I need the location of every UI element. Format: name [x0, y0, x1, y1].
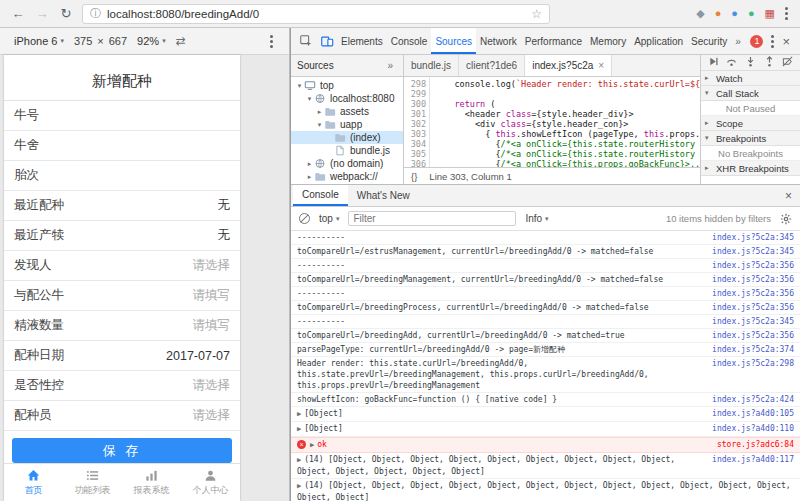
form-field-row[interactable]: 精液数量请填写: [4, 311, 240, 341]
log-level-selector[interactable]: Info ▾: [525, 213, 548, 224]
navigator-more-icon[interactable]: »: [383, 60, 397, 71]
bookmark-star-icon[interactable]: ☆: [531, 7, 542, 21]
form-field-row[interactable]: 最近配种无: [4, 191, 240, 221]
page-info-icon[interactable]: ⓘ: [90, 6, 101, 21]
extension-icon-1[interactable]: ◆: [696, 8, 704, 19]
console-source-link[interactable]: index.js?5c2a:356: [712, 302, 794, 313]
console-source-link[interactable]: index.js?5c2a:424: [712, 394, 794, 405]
debugger-section-breakpoints[interactable]: ▾Breakpoints: [701, 131, 800, 146]
console-source-link[interactable]: index.js?a4d0:105: [712, 408, 794, 419]
devtools-menu-icon[interactable]: [769, 33, 776, 50]
viewport-width[interactable]: 375: [74, 35, 92, 47]
rotate-viewport-icon[interactable]: ⇄: [176, 34, 186, 48]
console-source-link[interactable]: index.js?5c2a:356: [712, 330, 794, 341]
tree-item-localhost-8080[interactable]: ▾localhost:8080: [291, 92, 403, 105]
console-source-link[interactable]: index.js?a4d0:110: [712, 423, 794, 434]
form-field-row[interactable]: 最近产犊无: [4, 221, 240, 251]
tree-expand-arrow[interactable]: ▾: [295, 82, 304, 90]
file-tab-bundle-js[interactable]: bundle.js: [404, 55, 459, 76]
line-number[interactable]: 304: [404, 139, 426, 149]
line-number[interactable]: 301: [404, 109, 426, 119]
form-field-row[interactable]: 与配公牛请填写: [4, 281, 240, 311]
line-number[interactable]: 302: [404, 119, 426, 129]
tree-expand-arrow[interactable]: ▸: [305, 160, 314, 168]
tree-expand-arrow[interactable]: ▸: [305, 173, 314, 181]
devtools-tab-elements[interactable]: Elements: [337, 28, 387, 54]
step-out-icon[interactable]: [764, 56, 775, 69]
forward-button[interactable]: →: [34, 6, 50, 21]
console-source-link[interactable]: index.js?5c2a:374: [712, 344, 794, 355]
devtools-tab-security[interactable]: Security: [687, 28, 731, 54]
form-field-row[interactable]: 是否性控请选择: [4, 371, 240, 401]
tab-console[interactable]: Console: [293, 185, 348, 206]
tabbar-item-features[interactable]: 功能列表: [63, 464, 122, 501]
file-tab-client-1de6[interactable]: client?1de6: [459, 55, 525, 76]
extension-icon-3[interactable]: ●: [731, 8, 738, 19]
tabbar-item-profile[interactable]: 个人中心: [181, 464, 240, 501]
toggle-device-toolbar-icon[interactable]: [316, 31, 337, 51]
form-field-row[interactable]: 配种日期2017-07-07: [4, 341, 240, 371]
tree-item-top[interactable]: ▾top: [291, 79, 403, 92]
form-field-row[interactable]: 牛舍: [4, 131, 240, 161]
devtools-tab-console[interactable]: Console: [387, 28, 432, 54]
url-text[interactable]: localhost:8080/breedingAdd/0: [107, 8, 525, 20]
debugger-section-watch[interactable]: ▸Watch: [701, 71, 800, 86]
zoom-select[interactable]: 92% ▾: [137, 35, 166, 47]
file-tab-index-js-5c2a[interactable]: index.js?5c2a×: [525, 55, 612, 76]
browser-menu-icon[interactable]: [783, 5, 790, 22]
tree-item-assets[interactable]: ▸assets: [291, 105, 403, 118]
back-button[interactable]: ←: [10, 6, 26, 21]
form-field-row[interactable]: 牛号: [4, 101, 240, 131]
form-field-row[interactable]: 胎次: [4, 161, 240, 191]
expand-triangle-icon[interactable]: ▶: [297, 410, 301, 418]
extension-icon-4[interactable]: ●: [748, 8, 755, 19]
close-tab-icon[interactable]: ×: [598, 60, 604, 71]
console-source-link[interactable]: index.js?5c2a:356: [712, 260, 794, 271]
debugger-section-xhr-breakpoints[interactable]: ▸XHR Breakpoints: [701, 161, 800, 176]
console-source-link[interactable]: store.js?adc6:84: [717, 439, 794, 450]
tabbar-item-home[interactable]: 首页: [4, 464, 63, 501]
console-source-link[interactable]: index.js?a4d0:117: [712, 454, 794, 465]
devtools-tab-memory[interactable]: Memory: [586, 28, 630, 54]
extension-icon-5[interactable]: ▦: [765, 8, 775, 19]
step-into-icon[interactable]: [745, 56, 756, 69]
deactivate-breakpoints-icon[interactable]: [782, 56, 793, 69]
pretty-print-button[interactable]: {}: [411, 171, 417, 182]
console-source-link[interactable]: index.js?5c2a:345: [712, 246, 794, 257]
line-number[interactable]: 299: [404, 89, 426, 99]
expand-triangle-icon[interactable]: ▶: [310, 441, 314, 449]
tree-expand-arrow[interactable]: ▾: [315, 121, 324, 129]
devtools-tab-network[interactable]: Network: [476, 28, 521, 54]
devtools-tab-performance[interactable]: Performance: [521, 28, 586, 54]
console-source-link[interactable]: index.js?5c2a:345: [712, 316, 794, 327]
context-selector[interactable]: top ▾: [319, 213, 339, 224]
close-drawer-icon[interactable]: ×: [779, 189, 798, 203]
console-filter-input[interactable]: [348, 211, 516, 226]
navigator-tab-sources[interactable]: Sources: [297, 60, 334, 71]
console-source-link[interactable]: index.js?5c2a:298: [712, 358, 794, 369]
resume-icon[interactable]: [708, 56, 719, 69]
line-number[interactable]: 306: [404, 159, 426, 167]
console-source-link[interactable]: index.js?5c2a:345: [712, 232, 794, 243]
line-number[interactable]: 303: [404, 129, 426, 139]
expand-triangle-icon[interactable]: ▶: [297, 456, 301, 464]
tree-item-no-domain[interactable]: ▸(no domain): [291, 157, 403, 170]
tree-expand-arrow[interactable]: ▾: [305, 95, 314, 103]
clear-console-icon[interactable]: [299, 213, 310, 224]
save-button[interactable]: 保 存: [12, 438, 232, 463]
debugger-section-scope[interactable]: ▸Scope: [701, 116, 800, 131]
tree-item-bundle-js[interactable]: bundle.js: [291, 144, 403, 157]
address-bar[interactable]: ⓘ localhost:8080/breedingAdd/0 ☆: [82, 4, 550, 24]
line-number[interactable]: 305: [404, 149, 426, 159]
devtools-tab-sources[interactable]: Sources: [431, 28, 476, 54]
debugger-section-call-stack[interactable]: ▾Call Stack: [701, 86, 800, 101]
extension-icon-2[interactable]: ●: [715, 8, 722, 19]
step-over-icon[interactable]: [726, 56, 737, 69]
line-number[interactable]: 298: [404, 79, 426, 89]
tree-item-uapp[interactable]: ▾uapp: [291, 118, 403, 131]
devtools-tab-application[interactable]: Application: [630, 28, 687, 54]
inspect-element-icon[interactable]: [295, 31, 316, 51]
more-tabs-icon[interactable]: »: [731, 36, 745, 47]
expand-triangle-icon[interactable]: ▶: [297, 482, 301, 490]
tree-item-webpack[interactable]: ▸webpack://: [291, 170, 403, 183]
